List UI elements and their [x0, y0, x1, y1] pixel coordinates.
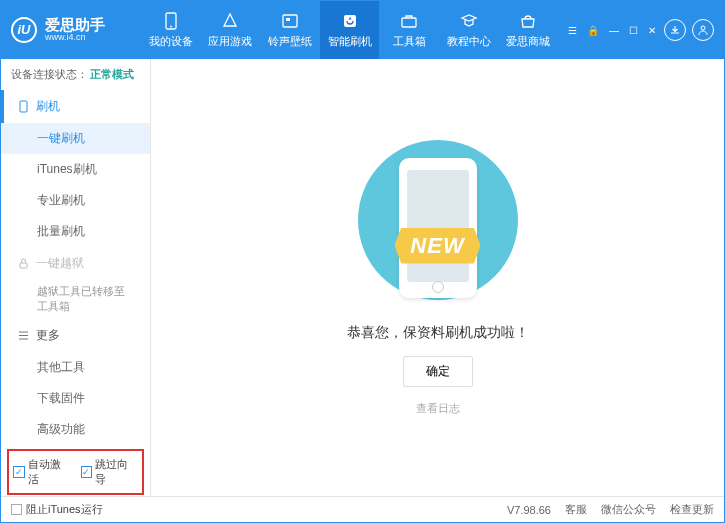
success-panel: NEW 恭喜您，保资料刷机成功啦！ 确定 查看日志 [151, 59, 724, 496]
nav-toolbox[interactable]: 工具箱 [379, 1, 439, 59]
sidebar-item-oneclick-flash[interactable]: 一键刷机 [1, 123, 150, 154]
nav-my-device[interactable]: 我的设备 [141, 1, 201, 59]
options-highlight: ✓ 自动激活 ✓ 跳过向导 [7, 449, 144, 495]
support-link[interactable]: 客服 [565, 502, 587, 517]
svg-point-6 [701, 26, 705, 30]
toolbox-icon [400, 12, 418, 30]
store-icon [519, 12, 537, 30]
sidebar-section-flash[interactable]: 刷机 [1, 90, 150, 123]
user-icon [697, 24, 709, 36]
check-update-link[interactable]: 检查更新 [670, 502, 714, 517]
body: 设备连接状态： 正常模式 刷机 一键刷机 iTunes刷机 专业刷机 批量刷机 … [1, 59, 724, 496]
checkbox-block-itunes[interactable]: 阻止iTunes运行 [11, 502, 103, 517]
top-nav: 我的设备 应用游戏 铃声壁纸 智能刷机 工具箱 教程中心 [141, 1, 558, 59]
checkbox-icon: ✓ [13, 466, 25, 478]
view-log-link[interactable]: 查看日志 [416, 401, 460, 416]
checkbox-icon [11, 504, 22, 515]
nav-apps-games[interactable]: 应用游戏 [201, 1, 261, 59]
checkbox-label: 自动激活 [28, 457, 71, 487]
confirm-button[interactable]: 确定 [403, 356, 473, 387]
nav-smart-flash[interactable]: 智能刷机 [320, 1, 380, 59]
nav-store[interactable]: 爱思商城 [498, 1, 558, 59]
wechat-link[interactable]: 微信公众号 [601, 502, 656, 517]
checkbox-label: 跳过向导 [95, 457, 138, 487]
sidebar-section-more[interactable]: 更多 [1, 319, 150, 352]
section-label: 更多 [36, 327, 60, 344]
phone-icon [17, 100, 30, 113]
nav-tutorials[interactable]: 教程中心 [439, 1, 499, 59]
sidebar-item-batch-flash[interactable]: 批量刷机 [1, 216, 150, 247]
minimize-button[interactable]: — [607, 23, 621, 38]
device-icon [162, 12, 180, 30]
more-icon [17, 329, 30, 342]
logo-icon: iU [11, 17, 37, 43]
nav-label: 铃声壁纸 [268, 34, 312, 49]
connection-status: 设备连接状态： 正常模式 [1, 59, 150, 90]
nav-label: 智能刷机 [328, 34, 372, 49]
svg-rect-3 [286, 18, 290, 21]
sidebar-item-itunes-flash[interactable]: iTunes刷机 [1, 154, 150, 185]
titlebar: iU 爱思助手 www.i4.cn 我的设备 应用游戏 铃声壁纸 智能刷机 [1, 1, 724, 59]
jailbreak-note: 越狱工具已转移至 工具箱 [1, 280, 150, 319]
nav-label: 工具箱 [393, 34, 426, 49]
menu-icon[interactable]: ☰ [566, 23, 579, 38]
nav-label: 爱思商城 [506, 34, 550, 49]
version-text: V7.98.66 [507, 504, 551, 516]
new-banner: NEW [394, 228, 480, 264]
nav-label: 我的设备 [149, 34, 193, 49]
download-button[interactable] [664, 19, 686, 41]
sidebar-item-other-tools[interactable]: 其他工具 [1, 352, 150, 383]
svg-rect-5 [402, 18, 416, 27]
apps-icon [221, 12, 239, 30]
wallpaper-icon [281, 12, 299, 30]
connection-mode: 正常模式 [90, 67, 134, 82]
svg-rect-7 [20, 101, 27, 112]
svg-rect-4 [344, 15, 356, 27]
window-controls: ☰ 🔒 — ☐ ✕ [566, 23, 658, 38]
main-area: NEW 恭喜您，保资料刷机成功啦！ 确定 查看日志 [151, 59, 724, 496]
connection-label: 设备连接状态： [11, 67, 88, 82]
svg-rect-8 [20, 263, 27, 268]
nav-label: 教程中心 [447, 34, 491, 49]
phone-illustration: NEW [358, 140, 518, 310]
close-button[interactable]: ✕ [646, 23, 658, 38]
download-icon [669, 24, 681, 36]
section-label: 一键越狱 [36, 255, 84, 272]
checkbox-auto-activate[interactable]: ✓ 自动激活 [13, 457, 71, 487]
user-button[interactable] [692, 19, 714, 41]
tutorial-icon [460, 12, 478, 30]
app-title: 爱思助手 [45, 17, 105, 34]
maximize-button[interactable]: ☐ [627, 23, 640, 38]
success-message: 恭喜您，保资料刷机成功啦！ [347, 324, 529, 342]
svg-point-1 [170, 25, 172, 27]
checkbox-label: 阻止iTunes运行 [26, 502, 103, 517]
sidebar-item-advanced[interactable]: 高级功能 [1, 414, 150, 445]
app-url: www.i4.cn [45, 33, 105, 43]
nav-label: 应用游戏 [208, 34, 252, 49]
flash-icon [341, 12, 359, 30]
lock-icon [17, 257, 30, 270]
sidebar-item-download-firmware[interactable]: 下载固件 [1, 383, 150, 414]
sidebar: 设备连接状态： 正常模式 刷机 一键刷机 iTunes刷机 专业刷机 批量刷机 … [1, 59, 151, 496]
lock-icon[interactable]: 🔒 [585, 23, 601, 38]
sidebar-item-pro-flash[interactable]: 专业刷机 [1, 185, 150, 216]
statusbar: 阻止iTunes运行 V7.98.66 客服 微信公众号 检查更新 [1, 496, 724, 522]
nav-ringtone-wallpaper[interactable]: 铃声壁纸 [260, 1, 320, 59]
logo-area: iU 爱思助手 www.i4.cn [11, 17, 141, 43]
checkbox-icon: ✓ [81, 466, 93, 478]
sidebar-section-jailbreak: 一键越狱 [1, 247, 150, 280]
app-window: iU 爱思助手 www.i4.cn 我的设备 应用游戏 铃声壁纸 智能刷机 [0, 0, 725, 523]
section-label: 刷机 [36, 98, 60, 115]
checkbox-skip-guide[interactable]: ✓ 跳过向导 [81, 457, 139, 487]
